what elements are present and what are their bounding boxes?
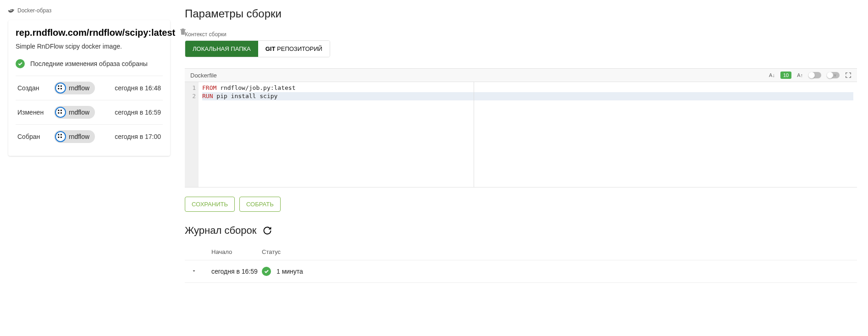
image-card: rep.rndflow.com/rndflow/scipy:latest Sim… <box>8 20 170 156</box>
font-size-badge: 10 <box>780 72 791 79</box>
build-log-title: Журнал сборок <box>185 225 256 237</box>
dockerfile-editor: Dockerfile A↓ 10 A↑ v 1 2 FROM rndflow/j… <box>185 68 857 187</box>
svg-rect-4 <box>58 110 59 111</box>
svg-rect-5 <box>61 110 62 111</box>
col-start-header: Начало <box>211 248 262 255</box>
built-time: сегодня в 17:00 <box>115 133 161 140</box>
user-chip[interactable]: rndflow <box>54 82 95 94</box>
avatar <box>55 107 66 118</box>
fullscreen-icon[interactable] <box>845 72 851 78</box>
build-context-label: Контекст сборки <box>185 31 857 38</box>
avatar <box>55 83 66 94</box>
line-gutter: 1 2 <box>185 82 199 187</box>
col-status-header: Статус <box>262 248 851 255</box>
status-text: Последние изменения образа собраны <box>30 60 148 67</box>
user-name: rndflow <box>69 109 89 116</box>
build-params-title: Параметры сборки <box>185 7 857 20</box>
font-increase-button[interactable]: A↑ <box>797 72 803 78</box>
check-circle-icon <box>16 59 25 68</box>
tab-git-repo[interactable]: GIT РЕПОЗИТОРИЙ <box>258 41 330 57</box>
built-row: Собран rndflow сегодня в 17:00 <box>16 124 163 149</box>
svg-rect-6 <box>58 112 59 114</box>
font-decrease-button[interactable]: A↓ <box>769 72 775 78</box>
docker-icon <box>8 8 15 13</box>
svg-rect-9 <box>61 134 62 135</box>
editor-ruler <box>474 82 474 187</box>
breadcrumb: Docker-образ <box>8 7 170 14</box>
wrap-toggle[interactable] <box>808 72 821 78</box>
svg-rect-10 <box>58 137 59 138</box>
image-name: rep.rndflow.com/rndflow/scipy:latest <box>16 28 175 38</box>
save-button[interactable]: СОХРАНИТЬ <box>185 197 235 212</box>
svg-rect-1 <box>61 85 62 87</box>
modified-row: Изменен rndflow сегодня в 16:59 <box>16 100 163 124</box>
built-label: Собран <box>17 133 54 140</box>
vim-toggle[interactable]: v <box>827 72 840 78</box>
log-duration: 1 минута <box>276 268 303 275</box>
code-editor[interactable]: 1 2 FROM rndflow/job.py:latest RUN pip i… <box>185 82 857 187</box>
check-circle-icon <box>262 267 271 276</box>
svg-rect-2 <box>58 88 59 89</box>
refresh-icon[interactable] <box>263 226 272 235</box>
code-area[interactable]: FROM rndflow/job.py:latest RUN pip insta… <box>199 82 857 187</box>
svg-rect-8 <box>58 134 59 135</box>
expand-icon[interactable] <box>191 268 197 274</box>
build-log-table: Начало Статус сегодня в 16:59 1 минута <box>185 244 857 283</box>
editor-title: Dockerfile <box>190 72 217 79</box>
created-time: сегодня в 16:48 <box>115 84 161 92</box>
avatar <box>55 131 66 142</box>
breadcrumb-label: Docker-образ <box>17 7 51 14</box>
created-label: Создан <box>17 84 54 92</box>
user-name: rndflow <box>69 84 89 92</box>
build-button[interactable]: СОБРАТЬ <box>239 197 281 212</box>
tab-local-folder[interactable]: ЛОКАЛЬНАЯ ПАПКА <box>185 41 258 57</box>
created-row: Создан rndflow сегодня в 16:48 <box>16 76 163 100</box>
user-chip[interactable]: rndflow <box>54 106 95 119</box>
modified-time: сегодня в 16:59 <box>115 109 161 116</box>
context-tabs: ЛОКАЛЬНАЯ ПАПКА GIT РЕПОЗИТОРИЙ <box>185 40 330 57</box>
user-name: rndflow <box>69 133 89 140</box>
svg-rect-7 <box>61 112 62 114</box>
image-description: Simple RnDFlow scipy docker image. <box>16 43 163 50</box>
log-row: сегодня в 16:59 1 минута <box>185 260 857 283</box>
svg-rect-3 <box>61 88 62 89</box>
modified-label: Изменен <box>17 109 54 116</box>
log-start-time: сегодня в 16:59 <box>211 268 262 275</box>
build-status-row: Последние изменения образа собраны <box>16 59 163 68</box>
svg-rect-11 <box>61 137 62 138</box>
user-chip[interactable]: rndflow <box>54 130 95 143</box>
svg-rect-0 <box>58 85 59 87</box>
